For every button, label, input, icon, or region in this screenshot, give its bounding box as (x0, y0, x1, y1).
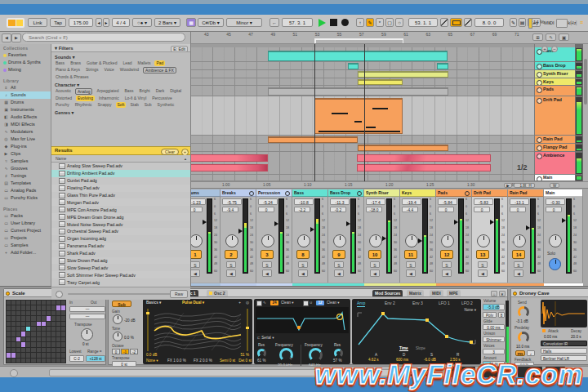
scale-grid-cell[interactable] (26, 327, 30, 331)
automation-arm-icon[interactable]: ↑ (356, 18, 364, 27)
strip-pan-value[interactable]: -0.2 (330, 207, 346, 212)
stop-button[interactable] (330, 19, 337, 26)
lane-synth-riser[interactable] (190, 70, 534, 78)
filter-group-sounds[interactable]: Sounds ▾ (51, 53, 190, 60)
scale-grid-cell[interactable] (51, 337, 56, 341)
scale-grid-cell[interactable] (31, 359, 35, 363)
preview-scrub-line[interactable] (68, 293, 182, 295)
scale-root-menu[interactable]: C#/Db ▾ (198, 18, 224, 27)
filter1-mode-menu[interactable]: Clean ▾ (281, 301, 294, 305)
scale-grid-cell[interactable] (47, 337, 51, 341)
scale-grid-cell[interactable] (42, 316, 46, 320)
scale-grid[interactable] (6, 300, 66, 363)
drift-unison-mode-menu[interactable]: Shimmer (483, 336, 505, 342)
scale-grid-cell[interactable] (31, 342, 35, 346)
list-item[interactable]: Organ Incoming.adg (51, 235, 190, 243)
clip-bass-drop[interactable] (437, 63, 448, 69)
arrangement-io-icon[interactable]: ▣ (559, 33, 569, 41)
scale-grid-cell[interactable] (31, 332, 35, 336)
drift-oct-minus1[interactable]: -1 (121, 349, 129, 354)
drift-fx2-value[interactable]: FX 2 0.0 % (194, 359, 212, 363)
overdub-icon[interactable]: ▢ (385, 18, 394, 27)
strip-volume-value[interactable]: -10.8 (294, 198, 314, 205)
scale-grid-cell[interactable] (56, 301, 60, 305)
drift-shape-value[interactable]: 51 % (241, 353, 249, 357)
scale-grid-cell[interactable] (56, 332, 60, 336)
scale-grid-cell[interactable] (16, 337, 20, 341)
drift-voice-count-menu[interactable]: 8 (498, 312, 505, 318)
reverb-predelay-knob[interactable] (518, 332, 529, 343)
tempo-field[interactable]: 175.00 (69, 18, 93, 27)
scale-grid-cell[interactable] (51, 327, 56, 331)
scale-grid-cell[interactable] (7, 322, 11, 326)
drift-volume-slider[interactable]: -5.0 dB (483, 304, 505, 310)
strip-solo-button[interactable]: S (406, 261, 416, 268)
strip-volume-value[interactable]: -0.30 (546, 198, 565, 205)
scale-grid-cell[interactable] (7, 305, 11, 310)
strip-fold-icon[interactable] (249, 191, 254, 196)
punch-out-icon[interactable] (464, 18, 472, 27)
track-header-bass-drop[interactable]: Bass Drop (535, 62, 576, 70)
loop-start-field[interactable]: 53. 1. 1 (408, 18, 438, 27)
lane-bass[interactable] (190, 47, 534, 62)
strip-fader-handle[interactable] (418, 238, 422, 243)
filter-tag[interactable]: Inharmonic (97, 96, 121, 101)
list-item[interactable]: Panorama Pad.adv (51, 243, 190, 250)
filter-group-character[interactable]: Character ▾ (51, 81, 190, 88)
strip-pan-value[interactable]: 0 (546, 207, 562, 212)
filter-tag[interactable]: Analog (75, 88, 93, 95)
strip-fader[interactable] (422, 198, 428, 274)
strip-fold-icon[interactable] (357, 191, 362, 196)
filter2-res-knob[interactable] (334, 349, 343, 358)
strip-pan-knob[interactable] (513, 234, 526, 247)
scale-grid-cell[interactable] (26, 305, 30, 310)
reverb-sync-button[interactable]: ♪ (527, 350, 535, 356)
scale-grid-cell[interactable] (26, 348, 30, 352)
strip-fader-handle[interactable] (238, 229, 243, 234)
draw-mode-pencil-icon[interactable]: ✎ (366, 18, 374, 27)
track-header-main[interactable]: Main (535, 175, 576, 181)
time-ruler[interactable]: 1:001:051:101:151:201:251:301:35▶1.80xHW (190, 181, 588, 188)
drift-bank-menu[interactable]: Basics ▾ (146, 301, 161, 305)
scale-grid-cell[interactable] (56, 359, 60, 363)
scale-grid-cell[interactable] (21, 353, 25, 357)
filter-tag[interactable]: Guitar & Plucked (85, 60, 119, 66)
lane-pads[interactable] (190, 86, 534, 96)
zoom-control-button[interactable]: H (525, 183, 535, 189)
scale-grid-cell[interactable] (56, 337, 60, 341)
track-fold-icon[interactable] (537, 87, 542, 93)
strip-track-number[interactable]: 10 (368, 250, 381, 259)
sidebar-item-favorites[interactable]: Favorites (0, 51, 51, 59)
loop-length-field[interactable]: 8. 0. 0 (474, 18, 504, 27)
scale-grid-cell[interactable] (11, 353, 16, 357)
scale-grid-cell[interactable] (26, 337, 30, 341)
strip-solo-button[interactable]: S (370, 261, 380, 268)
scale-grid-cell[interactable] (42, 332, 46, 336)
scale-grid-cell[interactable] (21, 311, 25, 315)
scale-grid-cell[interactable] (11, 327, 16, 331)
list-item[interactable]: Slow Sweep Pad.adv (51, 264, 190, 271)
scale-grid-cell[interactable] (51, 332, 56, 336)
scale-device-on-icon[interactable] (6, 292, 10, 296)
clip-pads[interactable] (268, 87, 448, 96)
strip-volume-value[interactable]: -11.3 (330, 198, 350, 205)
strip-volume-value[interactable]: -5.24 (258, 198, 278, 205)
strip-volume-value[interactable]: -5.83 (474, 198, 493, 205)
scale-grid-cell[interactable] (26, 332, 30, 336)
scale-grid-cell[interactable] (16, 348, 20, 352)
drift-shape-slider[interactable] (247, 309, 248, 351)
scale-grid-cell[interactable] (7, 332, 11, 336)
track-fold-icon[interactable] (537, 64, 542, 69)
reverb-device-titlebar[interactable]: Droney Cave (511, 289, 588, 297)
filter-tag[interactable]: Bass (54, 60, 66, 66)
drift-save-icon[interactable]: ▾ (499, 291, 506, 296)
strip-pan-knob[interactable] (297, 234, 310, 247)
strip-solo-button[interactable]: S (226, 261, 236, 268)
filter-tag[interactable]: Brass (69, 60, 82, 66)
scale-grid-cell[interactable] (11, 332, 16, 336)
zoom-control-button[interactable]: W (550, 183, 559, 189)
list-item[interactable]: MPE Dream Grain Drone.adg (51, 213, 190, 220)
scale-grid-cell[interactable] (31, 311, 35, 315)
record-button[interactable] (341, 19, 349, 26)
reverb-ir-category-menu[interactable]: Halls (541, 348, 587, 354)
